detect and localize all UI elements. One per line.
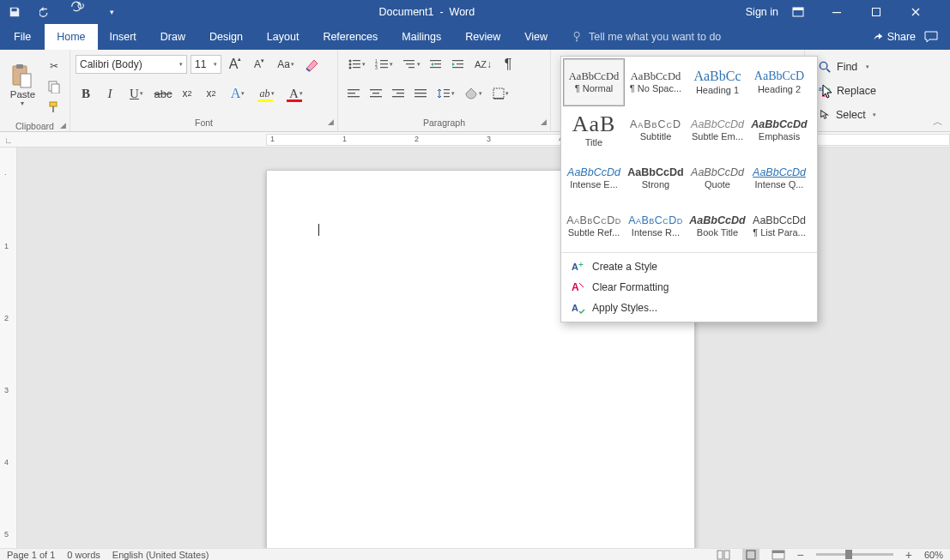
- style-quote[interactable]: AaBbCcDdQuote: [687, 154, 748, 202]
- style-intense-e-[interactable]: AaBbCcDdIntense E...: [563, 154, 625, 202]
- text-effects-button[interactable]: A▾: [225, 83, 251, 104]
- view-read-icon[interactable]: [717, 550, 730, 560]
- style-subtle-em-[interactable]: AaBbCcDdSubtle Em...: [687, 106, 748, 154]
- style-heading-2[interactable]: AaBbCcDHeading 2: [748, 58, 810, 106]
- decrease-indent-button[interactable]: [426, 54, 446, 75]
- copy-icon[interactable]: [44, 76, 64, 97]
- share-button[interactable]: Share: [872, 31, 916, 43]
- style-subtitle[interactable]: AaBbCcDSubtitle: [625, 106, 687, 154]
- bold-button[interactable]: B: [76, 83, 96, 104]
- zoom-level[interactable]: 60%: [924, 550, 943, 560]
- font-launcher-icon[interactable]: ◢: [328, 117, 334, 126]
- style-book-title[interactable]: AaBbCcDdBook Title: [687, 202, 748, 250]
- tab-view[interactable]: View: [512, 24, 560, 50]
- style-strong[interactable]: AaBbCcDdStrong: [625, 154, 687, 202]
- style-title[interactable]: AaBTitle: [563, 106, 625, 154]
- tab-mailings[interactable]: Mailings: [390, 24, 453, 50]
- status-language[interactable]: English (United States): [112, 550, 209, 560]
- close-icon[interactable]: [911, 7, 950, 17]
- comments-icon[interactable]: [924, 31, 938, 43]
- tab-references[interactable]: References: [311, 24, 390, 50]
- view-web-icon[interactable]: [771, 550, 785, 560]
- align-left-button[interactable]: [343, 83, 364, 104]
- subscript-button[interactable]: x2: [177, 83, 197, 104]
- svg-rect-25: [403, 60, 414, 61]
- change-case-icon[interactable]: Aa▾: [273, 54, 299, 75]
- sort-button[interactable]: AZ↓: [470, 54, 496, 75]
- tab-design[interactable]: Design: [197, 24, 255, 50]
- create-style-item[interactable]: A+ Create a Style: [561, 256, 817, 277]
- sign-in-link[interactable]: Sign in: [732, 6, 792, 18]
- increase-indent-button[interactable]: [448, 54, 469, 75]
- cut-icon[interactable]: ✂: [44, 56, 64, 76]
- underline-button[interactable]: U▾: [124, 83, 149, 104]
- italic-button[interactable]: I: [100, 83, 120, 104]
- grow-font-icon[interactable]: A▴: [225, 54, 245, 75]
- style-intense-q-[interactable]: AaBbCcDdIntense Q...: [748, 154, 810, 202]
- svg-rect-2: [832, 12, 841, 13]
- clipboard-launcher-icon[interactable]: ◢: [60, 121, 66, 129]
- tab-home[interactable]: Home: [45, 24, 97, 50]
- numbering-button[interactable]: 123▾: [371, 54, 396, 75]
- mouse-cursor-icon: [822, 84, 834, 99]
- save-icon[interactable]: [9, 6, 29, 18]
- borders-button[interactable]: ▾: [487, 83, 513, 104]
- clear-formatting-item[interactable]: A Clear Formatting: [561, 277, 817, 298]
- status-page[interactable]: Page 1 of 1: [7, 550, 55, 560]
- shrink-font-icon[interactable]: A▾: [249, 54, 269, 75]
- group-clipboard: Paste ▾ ✂ Clipboard◢: [0, 50, 70, 131]
- multilevel-list-button[interactable]: ▾: [398, 54, 424, 75]
- tab-file[interactable]: File: [0, 24, 45, 50]
- tab-insert[interactable]: Insert: [98, 24, 148, 50]
- shading-button[interactable]: ▾: [460, 83, 486, 104]
- style-subtle-ref-[interactable]: AaBbCcDdSubtle Ref...: [563, 202, 625, 250]
- tell-me-search[interactable]: Tell me what you want to do: [560, 24, 721, 50]
- undo-icon[interactable]: [39, 6, 60, 18]
- status-words[interactable]: 0 words: [67, 550, 100, 560]
- style-emphasis[interactable]: AaBbCcDdEmphasis: [748, 106, 810, 154]
- ribbon-display-icon[interactable]: [792, 7, 832, 17]
- show-marks-button[interactable]: ¶: [498, 54, 518, 75]
- style-intense-r-[interactable]: AaBbCcDdIntense R...: [625, 202, 687, 250]
- font-name-combo[interactable]: Calibri (Body)▾: [76, 55, 187, 74]
- highlight-color-button[interactable]: ab▾: [254, 83, 280, 104]
- tab-draw[interactable]: Draw: [148, 24, 197, 50]
- redo-icon[interactable]: ↻: [70, 0, 91, 24]
- line-spacing-button[interactable]: ▾: [433, 83, 458, 104]
- minimize-icon[interactable]: [832, 7, 871, 17]
- find-button[interactable]: Find▾: [819, 57, 876, 77]
- tab-selector-icon[interactable]: ∟: [0, 132, 17, 148]
- superscript-button[interactable]: x2: [201, 83, 221, 104]
- maximize-icon[interactable]: [871, 7, 911, 17]
- tab-review[interactable]: Review: [453, 24, 512, 50]
- select-button[interactable]: Select▾: [819, 105, 876, 125]
- paragraph-launcher-icon[interactable]: ◢: [541, 117, 547, 126]
- font-size-combo[interactable]: 11▾: [191, 55, 221, 74]
- tab-layout[interactable]: Layout: [255, 24, 312, 50]
- bullets-button[interactable]: ▾: [343, 54, 369, 75]
- view-print-icon[interactable]: [742, 549, 759, 561]
- font-color-button[interactable]: A▾: [283, 83, 309, 104]
- apply-styles-item[interactable]: A Apply Styles...: [561, 298, 817, 318]
- svg-rect-16: [353, 63, 360, 64]
- collapse-ribbon-icon[interactable]: ︿: [933, 115, 943, 129]
- paste-button[interactable]: Paste ▾: [10, 63, 35, 107]
- qat-customize-icon[interactable]: ▾: [101, 8, 122, 16]
- justify-button[interactable]: [410, 83, 431, 104]
- clear-formatting-icon[interactable]: [302, 54, 323, 75]
- zoom-in-icon[interactable]: +: [905, 548, 912, 561]
- format-painter-icon[interactable]: [44, 97, 64, 117]
- svg-point-15: [348, 63, 351, 66]
- style--normal[interactable]: AaBbCcDd¶ Normal: [563, 58, 625, 106]
- align-center-button[interactable]: [366, 83, 386, 104]
- align-right-button[interactable]: [388, 83, 408, 104]
- zoom-slider[interactable]: [816, 553, 893, 556]
- zoom-out-icon[interactable]: −: [797, 548, 804, 561]
- ribbon-tabs: File Home Insert Draw Design Layout Refe…: [0, 24, 950, 50]
- strikethrough-button[interactable]: abc: [153, 83, 173, 104]
- vertical-ruler[interactable]: · 1 2 3 4 5: [0, 148, 17, 548]
- style-heading-1[interactable]: AaBbCcHeading 1: [687, 58, 748, 106]
- style-name-label: Quote: [705, 179, 730, 190]
- style--list-para-[interactable]: AaBbCcDd¶ List Para...: [748, 202, 810, 250]
- style--no-spac-[interactable]: AaBbCcDd¶ No Spac...: [625, 58, 687, 106]
